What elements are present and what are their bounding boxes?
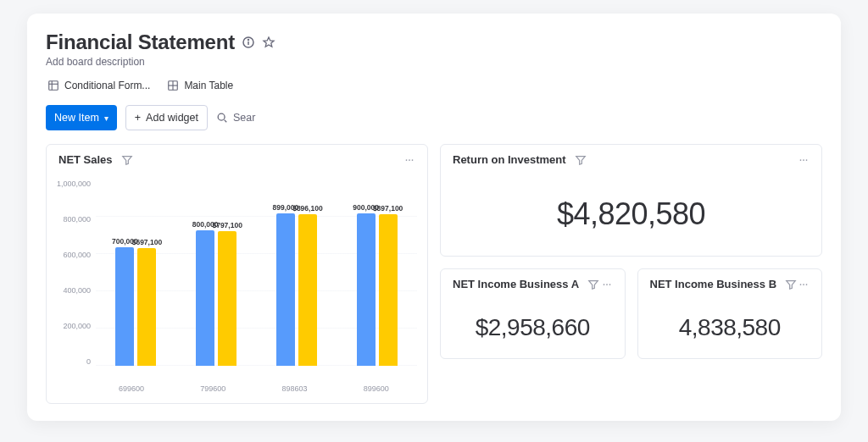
- widget-net-sales: NET Sales 1,000,000800,000600,000400,000…: [46, 144, 428, 404]
- search-icon: [216, 112, 228, 124]
- board-header: Financial Statement: [46, 30, 822, 54]
- svg-rect-4: [49, 81, 58, 91]
- widget-header: NET Income Business A: [441, 269, 625, 299]
- right-column: Return on Investment $4,820,580 NE: [440, 144, 822, 359]
- x-tick: 899600: [364, 384, 389, 393]
- filter-icon[interactable]: [785, 279, 797, 290]
- y-axis: 1,000,000800,000600,000400,000200,0000: [57, 180, 96, 366]
- board-title: Financial Statement: [46, 30, 235, 54]
- widget-header: NET Sales: [47, 145, 427, 174]
- bar-group: 899,000$896,100: [276, 203, 317, 366]
- svg-point-2: [248, 40, 248, 41]
- x-axis: 699600799600898603899600: [57, 384, 417, 393]
- x-tick: 699600: [119, 384, 144, 393]
- bar-value-label: $896,100: [292, 204, 322, 213]
- income-a-value: $2,958,660: [441, 299, 625, 358]
- widget-income-a: NET Income Business A $2,958,660: [440, 268, 626, 359]
- info-icon[interactable]: [242, 36, 255, 49]
- view-label: Main Table: [184, 80, 233, 91]
- view-conditional-formatting[interactable]: Conditional Form...: [46, 76, 152, 95]
- y-tick: 0: [86, 357, 91, 366]
- filter-icon[interactable]: [121, 154, 133, 166]
- views-row: Conditional Form... Main Table: [46, 76, 822, 95]
- bar-group: 800,000$797,100: [196, 220, 236, 366]
- star-icon[interactable]: [262, 36, 275, 49]
- svg-point-15: [412, 159, 414, 161]
- bar[interactable]: 900,000: [357, 203, 376, 366]
- y-tick: 200,000: [64, 322, 92, 330]
- bar[interactable]: $697,100: [137, 238, 156, 366]
- income-b-value: 4,838,580: [638, 299, 822, 358]
- x-tick: 898603: [282, 384, 308, 393]
- y-tick: 800,000: [64, 215, 92, 224]
- y-tick: 400,000: [64, 286, 92, 295]
- income-widgets-row: NET Income Business A $2,958,660: [440, 268, 822, 359]
- svg-line-11: [225, 120, 227, 123]
- bar-value-label: $897,100: [373, 204, 403, 213]
- bar[interactable]: 700,000: [115, 237, 134, 366]
- bar[interactable]: 899,000: [276, 203, 295, 366]
- bar-value-label: $797,100: [212, 221, 242, 229]
- widget-header: Return on Investment: [441, 145, 821, 174]
- search-button[interactable]: Sear: [216, 112, 255, 124]
- bar[interactable]: $897,100: [379, 204, 398, 366]
- net-sales-chart: 1,000,000800,000600,000400,000200,0000 7…: [47, 174, 427, 403]
- svg-point-25: [800, 284, 802, 285]
- svg-marker-12: [122, 156, 131, 164]
- svg-point-26: [803, 284, 804, 285]
- table-icon: [167, 80, 179, 91]
- more-icon[interactable]: [798, 279, 810, 290]
- x-tick: 799600: [200, 384, 225, 393]
- svg-point-19: [806, 159, 808, 161]
- widgets-grid: NET Sales 1,000,000800,000600,000400,000…: [46, 144, 822, 404]
- bar-group: 700,000$697,100: [115, 237, 156, 366]
- toolbar: New Item ▾ + Add widget Sear: [46, 105, 822, 130]
- widget-header: NET Income Business B: [638, 269, 822, 299]
- more-icon[interactable]: [403, 154, 415, 166]
- add-widget-label: Add widget: [146, 112, 198, 124]
- more-icon[interactable]: [601, 279, 613, 290]
- widget-income-b: NET Income Business B 4,838,580: [637, 268, 823, 359]
- y-tick: 1,000,000: [57, 180, 91, 188]
- search-label: Sear: [233, 112, 255, 124]
- svg-point-22: [606, 284, 608, 285]
- svg-marker-24: [787, 280, 796, 289]
- widget-title: NET Income Business A: [453, 278, 579, 290]
- widget-title: NET Sales: [58, 153, 113, 166]
- chevron-down-icon: ▾: [104, 113, 108, 123]
- y-tick: 600,000: [64, 251, 92, 259]
- bar[interactable]: 800,000: [196, 220, 214, 366]
- board-subtitle[interactable]: Add board description: [46, 56, 822, 68]
- new-item-label: New Item: [54, 112, 99, 124]
- board-card: Financial Statement Add board descriptio…: [27, 14, 841, 421]
- view-label: Conditional Form...: [64, 80, 150, 91]
- svg-point-18: [803, 159, 804, 161]
- filter-icon[interactable]: [587, 279, 599, 290]
- bar-group: 900,000$897,100: [357, 203, 398, 366]
- svg-marker-3: [264, 37, 274, 47]
- add-widget-button[interactable]: + Add widget: [125, 105, 208, 130]
- svg-point-17: [800, 159, 802, 161]
- svg-point-14: [409, 159, 410, 161]
- svg-point-23: [609, 284, 610, 285]
- svg-marker-20: [589, 280, 598, 289]
- widget-title: Return on Investment: [453, 153, 566, 166]
- svg-point-10: [218, 113, 225, 120]
- bar-value-label: $697,100: [132, 238, 162, 246]
- new-item-button[interactable]: New Item ▾: [46, 105, 117, 130]
- filter-icon[interactable]: [575, 154, 587, 166]
- widget-roi: Return on Investment $4,820,580: [440, 144, 822, 257]
- svg-point-13: [406, 159, 408, 161]
- bar[interactable]: $797,100: [218, 221, 236, 366]
- bar[interactable]: $896,100: [298, 204, 317, 366]
- conditional-format-icon: [47, 80, 59, 91]
- widget-title: NET Income Business B: [650, 278, 777, 290]
- svg-marker-16: [576, 156, 585, 164]
- svg-point-27: [806, 284, 808, 285]
- view-main-table[interactable]: Main Table: [165, 76, 235, 95]
- roi-value: $4,820,580: [441, 174, 821, 256]
- svg-point-21: [603, 284, 604, 285]
- plus-icon: +: [135, 112, 141, 124]
- more-icon[interactable]: [798, 154, 810, 166]
